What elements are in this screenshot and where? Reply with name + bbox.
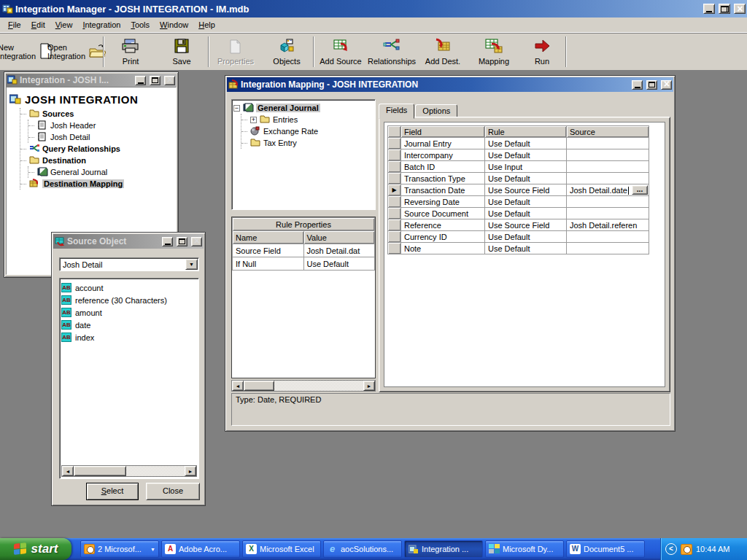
tree-node-destination-mapping[interactable]: Destination Mapping — [20, 178, 174, 190]
objects-button[interactable]: Objects — [261, 35, 312, 69]
save-button[interactable]: Save — [156, 35, 207, 69]
close-button[interactable] — [661, 80, 672, 90]
source-cell[interactable] — [567, 196, 649, 208]
source-cell[interactable] — [567, 231, 649, 243]
rule-cell[interactable]: Use Default — [485, 208, 567, 219]
maximize-button[interactable] — [646, 80, 657, 90]
maximize-button[interactable] — [177, 237, 187, 246]
menu-tools[interactable]: Tools — [125, 18, 155, 31]
source-lookup-button[interactable]: ... — [632, 185, 648, 195]
rule-properties-h-scrollbar[interactable]: ◄ ► — [231, 380, 376, 392]
task-button-dynamics[interactable]: Microsoft Dy... — [485, 540, 564, 558]
tab-options[interactable]: Options — [415, 104, 457, 117]
scroll-right-icon[interactable]: ► — [185, 466, 196, 476]
list-item-date[interactable]: date — [61, 319, 197, 331]
source-cell-editing[interactable]: Josh Detail.date ... — [567, 184, 649, 196]
field-cell[interactable]: Journal Entry — [401, 138, 485, 149]
minimize-button[interactable] — [632, 80, 643, 90]
task-button-grouped-microsoft[interactable]: 2 Microsof... — [80, 540, 159, 558]
tray-collapse-chevron-icon[interactable] — [665, 543, 677, 555]
row-selector[interactable] — [388, 173, 401, 184]
property-value[interactable]: Use Default — [303, 257, 375, 271]
row-selector[interactable] — [388, 243, 401, 254]
rule-cell[interactable]: Use Default — [485, 243, 567, 254]
source-cell[interactable]: Josh Detail.referen — [567, 219, 649, 231]
menu-window[interactable]: Window — [155, 18, 193, 31]
scrollbar-thumb[interactable] — [244, 381, 274, 391]
new-integration-button[interactable]: New Integration — [0, 35, 51, 69]
chevron-down-icon[interactable] — [185, 259, 198, 270]
list-h-scrollbar[interactable]: ◄ ► — [61, 465, 197, 477]
rule-cell[interactable]: Use Input — [485, 161, 567, 173]
field-cell[interactable]: Transaction Type — [401, 173, 485, 184]
scroll-left-icon[interactable]: ◄ — [232, 381, 244, 391]
group-dropdown-icon[interactable] — [150, 547, 155, 552]
row-selector[interactable] — [388, 138, 401, 149]
tree-node-exchange-rate[interactable]: Exchange Rate — [241, 125, 374, 137]
rule-cell[interactable]: Use Source Field — [485, 219, 567, 231]
run-button[interactable]: Run — [519, 35, 565, 69]
tree-node-root[interactable]: JOSH INTEGRATION — [9, 90, 174, 108]
tree-node-destination[interactable]: Destination — [20, 155, 174, 166]
row-selector[interactable] — [388, 196, 401, 208]
tree-node-general-journal[interactable]: General Journal — [28, 166, 174, 178]
rule-cell[interactable]: Use Default — [485, 138, 567, 149]
source-cell[interactable] — [567, 208, 649, 219]
task-button-integration[interactable]: Integration ... — [404, 540, 483, 558]
field-cell[interactable]: Source Document — [401, 208, 485, 219]
tab-fields[interactable]: Fields — [379, 104, 414, 119]
row-selector[interactable] — [388, 219, 401, 231]
tree-node-general-journal[interactable]: General Journal — [233, 102, 374, 114]
task-button-aocsolutions[interactable]: e aocSolutions... — [323, 540, 402, 558]
menu-integration[interactable]: Integration — [77, 18, 125, 31]
field-cell[interactable]: Transaction Date — [401, 184, 485, 196]
close-button[interactable] — [734, 4, 746, 14]
property-name[interactable]: If Null — [233, 257, 304, 271]
close-button[interactable]: Close — [146, 483, 200, 500]
minimize-button[interactable] — [162, 237, 173, 246]
maximize-button[interactable] — [150, 76, 160, 85]
source-cell[interactable] — [567, 243, 649, 254]
open-integration-button[interactable]: Open Integration — [51, 35, 102, 69]
close-button[interactable] — [191, 237, 202, 246]
rule-cell[interactable]: Use Source Field — [485, 184, 567, 196]
menu-file[interactable]: File — [3, 18, 26, 31]
list-item-account[interactable]: account — [61, 281, 197, 294]
scrollbar-track[interactable] — [126, 466, 185, 476]
field-cell[interactable]: Intercompany — [401, 149, 485, 161]
add-dest-button[interactable]: Add Dest. — [417, 35, 468, 69]
tree-node-tax-entry[interactable]: Tax Entry — [241, 137, 374, 149]
list-item-reference[interactable]: reference (30 Characters) — [61, 294, 197, 306]
source-cell[interactable] — [567, 173, 649, 184]
list-item-index[interactable]: index — [61, 331, 197, 343]
rule-cell[interactable]: Use Default — [485, 149, 567, 161]
close-button[interactable] — [164, 76, 175, 85]
mapping-button[interactable]: Mapping — [468, 35, 519, 69]
task-button-document5[interactable]: W Document5 ... — [566, 540, 645, 558]
row-selector[interactable] — [388, 161, 401, 173]
task-button-excel[interactable]: X Microsoft Excel — [242, 540, 321, 558]
scrollbar-track[interactable] — [274, 381, 363, 391]
expand-expander-icon[interactable] — [250, 117, 257, 123]
source-cell[interactable] — [567, 161, 649, 173]
collapse-expander-icon[interactable] — [233, 105, 240, 112]
add-source-button[interactable]: Add Source — [315, 35, 366, 69]
print-button[interactable]: Print — [105, 35, 156, 69]
field-cell[interactable]: Currency ID — [401, 231, 485, 243]
rule-cell[interactable]: Use Default — [485, 196, 567, 208]
start-button[interactable]: start — [0, 538, 71, 560]
field-cell[interactable]: Reversing Date — [401, 196, 485, 208]
rule-cell[interactable]: Use Default — [485, 231, 567, 243]
scroll-left-icon[interactable]: ◄ — [62, 466, 74, 476]
properties-button[interactable]: Properties — [210, 35, 261, 69]
list-item-amount[interactable]: amount — [61, 306, 197, 319]
menu-help[interactable]: Help — [193, 18, 220, 31]
property-value[interactable]: Josh Detail.dat — [303, 244, 375, 257]
restore-button[interactable] — [719, 4, 730, 14]
relationships-button[interactable]: Relationships — [366, 35, 417, 69]
minimize-button[interactable] — [135, 76, 146, 85]
current-row-marker[interactable]: ▶ — [388, 184, 401, 196]
row-selector[interactable] — [388, 208, 401, 219]
tree-node-query-relationships[interactable]: Query Relationships — [20, 143, 174, 155]
field-cell[interactable]: Note — [401, 243, 485, 254]
